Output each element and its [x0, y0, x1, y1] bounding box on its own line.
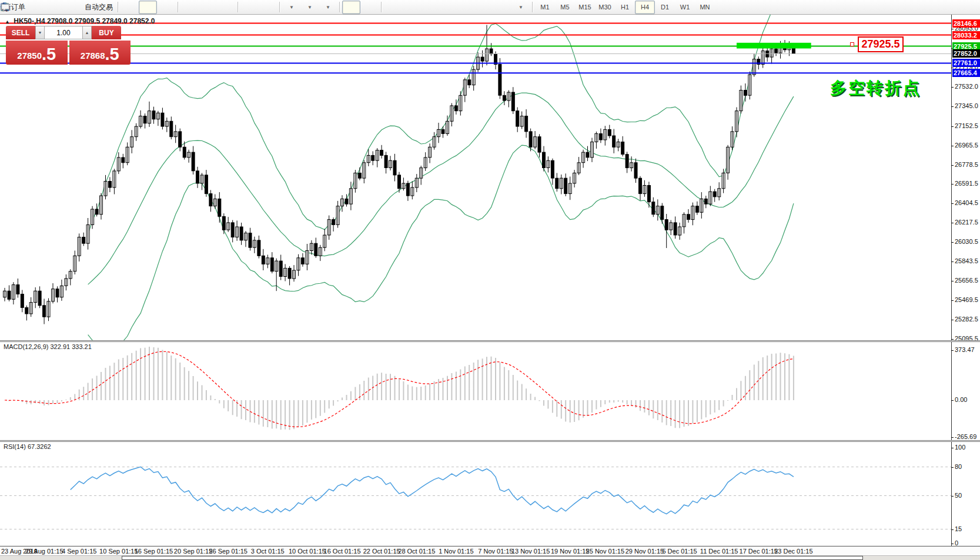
macd-label: MACD(12,26,9) 322.91 333.21: [4, 343, 92, 350]
price-tick-mark: [951, 339, 954, 340]
line-endpoint-handle[interactable]: [850, 42, 854, 46]
price-tick-mark: [951, 126, 954, 127]
chinese-annotation[interactable]: 多空转折点: [830, 77, 921, 99]
separator: [178, 2, 178, 12]
time-axis-label: 13 Nov 01:15: [511, 548, 550, 555]
scrollbar-thumb[interactable]: [122, 556, 863, 560]
time-axis-label: 10 Oct 01:15: [289, 548, 326, 555]
timeframe-d1[interactable]: D1: [655, 1, 675, 14]
buy-price-main: 27868: [81, 49, 105, 63]
chart-ohlc-values: 27908.0 27909.5 27849.0 27852.0: [47, 17, 155, 25]
chat-icon[interactable]: [0, 2, 11, 12]
signals-button[interactable]: [64, 1, 82, 14]
time-axis-label: 19 Nov 01:15: [551, 548, 589, 555]
indicators-button[interactable]: ▼: [282, 1, 300, 14]
sell-button[interactable]: SELL: [6, 26, 35, 39]
price-tick-mark: [951, 87, 954, 88]
rsi-tick-mark: [951, 467, 954, 468]
toolbar: 新订单 自动交易 ▼ ▼: [0, 0, 980, 15]
price-tick-mark: [951, 165, 954, 166]
crosshair-tool-button[interactable]: [360, 1, 379, 14]
price-tick: 25843.5: [955, 257, 978, 264]
zoom-in-button[interactable]: [180, 1, 199, 14]
volume-input[interactable]: [45, 26, 82, 39]
dropdown-caret: ▼: [307, 5, 312, 10]
zoom-out-button[interactable]: [199, 1, 217, 14]
price-tick: 26965.5: [955, 142, 978, 149]
vertical-line-tool[interactable]: [384, 1, 402, 14]
volume-increase-button[interactable]: ▲: [82, 26, 92, 39]
fibonacci-tool[interactable]: F: [457, 1, 475, 14]
text-tool[interactable]: A: [475, 1, 493, 14]
auto-scroll-button[interactable]: [240, 1, 259, 14]
timeframe-m30[interactable]: M30: [595, 1, 615, 14]
templates-button[interactable]: ▼: [319, 1, 337, 14]
rsi-tick-mark: [951, 448, 954, 448]
channel-tool[interactable]: E: [439, 1, 457, 14]
bar-chart-button[interactable]: [121, 1, 139, 14]
time-axis[interactable]: 23 Aug 201929 Aug 01:154 Sep 01:1510 Sep…: [0, 546, 980, 555]
line-chart-button[interactable]: [157, 1, 175, 14]
time-axis-label: 1 Nov 01:15: [439, 548, 473, 555]
macd-tick: -265.69: [955, 433, 976, 440]
rsi-tick-mark: [951, 544, 954, 544]
tile-windows-button[interactable]: [217, 1, 235, 14]
periods-button[interactable]: ▼: [300, 1, 319, 14]
green-zone-rectangle[interactable]: [737, 43, 811, 49]
horizontal-scrollbar[interactable]: [0, 555, 980, 560]
rsi-tick: 80: [955, 463, 962, 470]
buy-price-button[interactable]: 27868 .5: [69, 41, 131, 65]
time-axis-label: 7 Nov 01:15: [478, 548, 513, 555]
time-axis-label: 11 Dec 01:15: [700, 548, 738, 555]
macd-panel: [0, 342, 951, 441]
time-axis-label: 4 Sep 01:15: [62, 548, 96, 555]
price-tick-mark: [951, 281, 954, 281]
label-tool[interactable]: T: [493, 1, 511, 14]
price-tick: 25282.5: [955, 316, 978, 323]
horizontal-line-tool[interactable]: [402, 1, 420, 14]
volume-decrease-button[interactable]: ▼: [35, 26, 45, 39]
sell-price-button[interactable]: 27850 .5: [6, 41, 68, 65]
separator: [532, 2, 533, 12]
symbol-marker-icon: ▲: [5, 19, 10, 25]
candlestick-chart-button[interactable]: [139, 1, 157, 14]
time-axis-label: 29 Nov 01:15: [626, 548, 664, 555]
time-axis-label: 17 Dec 01:15: [740, 548, 778, 555]
price-level-badge: 27665.4: [952, 69, 980, 77]
timeframe-h1[interactable]: H1: [615, 1, 635, 14]
timeframe-h4[interactable]: H4: [635, 1, 655, 14]
chart-symbol-period: HK50-,H4: [14, 17, 45, 25]
price-level-badge: 27852.0: [952, 49, 980, 58]
price-tick: 27345.0: [955, 102, 978, 109]
price-level-badge: 28033.2: [952, 31, 980, 39]
timeframe-m1[interactable]: M1: [535, 1, 555, 14]
separator: [238, 2, 238, 12]
price-level-badge: 27925.5: [952, 42, 980, 51]
quotes-button[interactable]: [28, 1, 46, 14]
price-tick: 25656.5: [955, 277, 978, 284]
time-axis-label: 26 Sep 01:15: [209, 548, 247, 555]
time-axis-label: 28 Oct 01:15: [398, 548, 435, 555]
timeframe-w1[interactable]: W1: [675, 1, 695, 14]
sell-price-main: 27850: [17, 49, 42, 63]
macd-tick-mark: [951, 350, 954, 351]
price-axis-border: [951, 15, 952, 546]
price-tick-mark: [951, 68, 954, 68]
timeframe-m15[interactable]: M15: [575, 1, 595, 14]
buy-button[interactable]: BUY: [92, 26, 121, 39]
price-tick: 25469.5: [955, 296, 978, 303]
market-watch-button[interactable]: [46, 1, 64, 14]
price-tick: 26217.5: [955, 219, 978, 226]
cursor-tool-button[interactable]: [342, 1, 360, 14]
timeframe-mn[interactable]: MN: [695, 1, 715, 14]
arrows-tool[interactable]: ▼: [511, 1, 530, 14]
rsi-tick-mark: [951, 496, 954, 497]
rsi-tick: 50: [955, 492, 962, 499]
chart-shift-button[interactable]: [259, 1, 277, 14]
trendline-tool[interactable]: [420, 1, 439, 14]
sell-price-fraction: .5: [42, 46, 56, 63]
timeframe-m5[interactable]: M5: [555, 1, 575, 14]
time-axis-label: 20 Sep 01:15: [174, 548, 212, 555]
price-annotation-box[interactable]: 27925.5: [858, 36, 904, 52]
autotrading-button[interactable]: 自动交易: [82, 1, 115, 14]
